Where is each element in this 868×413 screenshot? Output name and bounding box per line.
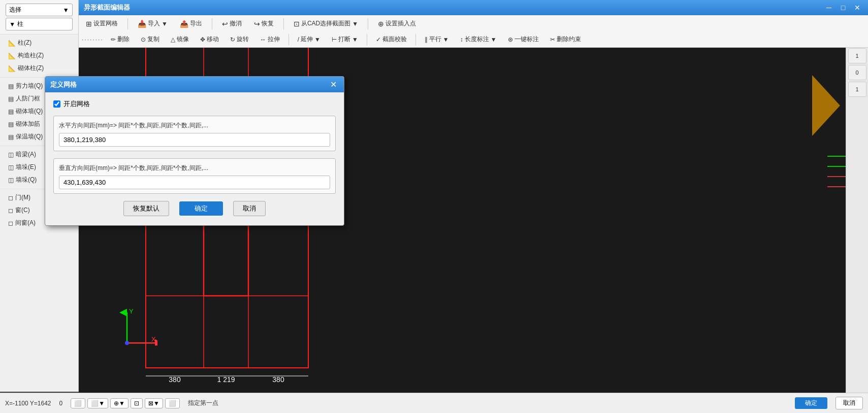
v-spacing-section: 垂直方向间距(mm)=> 间距*个数,间距,间距*个数,间距,... — [53, 158, 336, 194]
restore-default-button[interactable]: 恢复默认 — [123, 201, 169, 216]
h-spacing-section: 水平方向间距(mm)=> 间距*个数,间距,间距*个数,间距,... — [53, 116, 336, 151]
h-spacing-input[interactable] — [59, 133, 330, 147]
dialog-close-button[interactable]: ✕ — [328, 80, 339, 89]
enable-grid-checkbox[interactable] — [53, 100, 60, 108]
enable-grid-label: 开启网格 — [63, 99, 90, 109]
dialog-title: 定义网格 — [50, 80, 77, 89]
dialog-body: 开启网格 水平方向间距(mm)=> 间距*个数,间距,间距*个数,间距,... … — [45, 92, 344, 225]
dialog-confirm-button[interactable]: 确定 — [179, 201, 223, 216]
app-container: 选择 ▼ ▼ 柱 异形截面编辑器 ─ □ ✕ ⊞ 设置网格 📥 导入 ▼ 📤 导… — [0, 0, 868, 413]
dialog-titlebar: 定义网格 ✕ — [45, 77, 344, 92]
v-spacing-input[interactable] — [59, 176, 330, 189]
define-grid-dialog: 定义网格 ✕ 开启网格 水平方向间距(mm)=> 间距*个数,间距,间距*个数,… — [45, 76, 344, 226]
dialog-footer: 恢复默认 确定 取消 — [53, 201, 336, 218]
dialog-overlay: 定义网格 ✕ 开启网格 水平方向间距(mm)=> 间距*个数,间距,间距*个数,… — [0, 0, 868, 413]
v-spacing-label: 垂直方向间距(mm)=> 间距*个数,间距,间距*个数,间距,... — [59, 164, 330, 173]
dialog-cancel-button[interactable]: 取消 — [233, 201, 266, 216]
h-spacing-label: 水平方向间距(mm)=> 间距*个数,间距,间距*个数,间距,... — [59, 121, 330, 130]
enable-grid-row: 开启网格 — [53, 99, 336, 109]
